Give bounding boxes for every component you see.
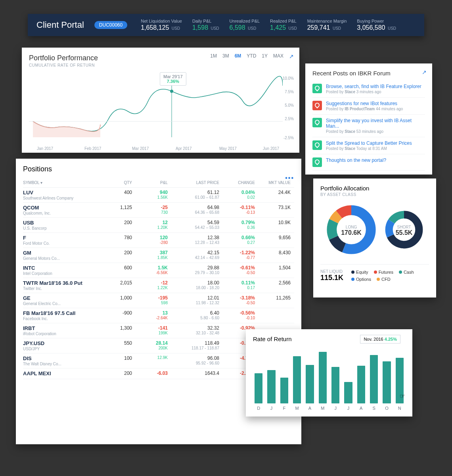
range-6m[interactable]: 6M <box>235 53 241 59</box>
legend-item: Options <box>351 277 371 282</box>
range-1y[interactable]: 1Y <box>262 53 268 59</box>
position-row[interactable]: QCOMQualcomm, Inc.1,125-2573064.9864.36 … <box>23 203 294 218</box>
ror-bar[interactable] <box>383 361 391 403</box>
forum-post[interactable]: Thoughts on the new portal? <box>312 154 425 171</box>
range-1m[interactable]: 1M <box>210 53 217 59</box>
col-symbol[interactable]: SYMBOL ▾ <box>23 180 102 185</box>
header-metric: Realized P&L1,425 USD <box>270 19 297 31</box>
legend-item: Cash <box>399 270 414 274</box>
forum-icon <box>312 101 322 110</box>
legend-item: Equity <box>351 270 368 274</box>
ror-bar[interactable] <box>306 365 314 404</box>
position-row[interactable]: INTCIntel Corporation6001.5K-6.56K29.882… <box>23 263 294 278</box>
forum-post[interactable]: Suggestions for new IBot featuresPosted … <box>312 98 425 115</box>
legend-item: CFD <box>377 277 391 282</box>
forum-icon <box>312 140 322 150</box>
position-row[interactable]: USBU.S. Bancorp200121.20K54.5954.42 – 55… <box>23 218 294 233</box>
col-qty[interactable]: QTY <box>102 180 132 185</box>
header-metric: Unrealized P&L6,598 USD <box>230 19 260 31</box>
expand-icon[interactable]: ↗ <box>289 53 294 60</box>
donut-long: LONG170.6K <box>326 204 377 257</box>
col-pnl[interactable]: P&L <box>132 180 168 185</box>
forum-icon <box>312 157 322 167</box>
position-row[interactable]: LUVSouthwest Airlines Company4009401.56K… <box>23 188 294 203</box>
col-last-price[interactable]: LAST PRICE <box>168 180 219 185</box>
donut-short: SHORT55.5K <box>384 210 424 251</box>
forum-icon <box>312 118 322 127</box>
ror-tooltip: Nov. 2016 4.25% <box>360 335 400 344</box>
legend-item: Futures <box>374 270 393 274</box>
chart-tooltip: Mar 29'17 7.36% <box>160 72 186 86</box>
header-metric: Maintenance Margin259,741 USD <box>307 19 347 31</box>
range-max[interactable]: MAX <box>273 53 283 59</box>
ror-bar[interactable] <box>319 352 327 403</box>
line-chart <box>29 74 283 141</box>
forum-title: Recent Posts on IBKR Forum <box>312 70 425 77</box>
time-range-selector: 1M3M6MYTD1YMAX <box>210 53 283 59</box>
allocation-title: Portfolio Allocation <box>320 185 429 192</box>
position-row[interactable]: FFord Motor Co.780120-28012.3812.28 – 12… <box>23 233 294 248</box>
top-header: Client Portal DUC00060 Net Liquidation V… <box>28 14 424 36</box>
cursor-icon: ☞ <box>400 392 405 400</box>
expand-icon[interactable]: ↗ <box>422 69 427 75</box>
position-row[interactable]: TWTR Mar18'16 36.0 PutTwitter Inc.2,015-… <box>23 278 294 293</box>
positions-header: SYMBOL ▾ QTY P&L LAST PRICE CHANGE MKT V… <box>23 178 294 188</box>
forum-post[interactable]: Split the Spread to Capture Better Price… <box>312 137 425 154</box>
ror-bar[interactable] <box>267 370 275 403</box>
range-ytd[interactable]: YTD <box>247 53 256 59</box>
account-pill[interactable]: DUC00060 <box>94 21 127 29</box>
rate-of-return-card: Rate of Return Nov. 2016 4.25% DJFMAMJJA… <box>246 329 412 416</box>
positions-title: Positions <box>23 165 294 173</box>
ror-bar[interactable] <box>344 382 352 403</box>
ror-bar[interactable] <box>357 366 365 403</box>
header-metric: Buying Power3,056,580 USD <box>357 19 396 31</box>
forum-icon <box>312 84 322 93</box>
allocation-card: Portfolio Allocation BY ASSET CLASS LONG… <box>313 178 436 298</box>
ror-bar[interactable] <box>255 373 262 403</box>
performance-chart: Mar 29'17 7.36% 10.0% 7.5% 5.0% 2.5% -2.… <box>29 74 292 145</box>
ror-bar[interactable] <box>280 378 288 403</box>
ror-bar[interactable] <box>331 367 339 403</box>
app-title: Client Portal <box>36 20 84 30</box>
header-metric: Net Liquidation Value1,658,125 USD <box>141 19 182 31</box>
range-3m[interactable]: 3M <box>222 53 229 59</box>
forum-post[interactable]: Simplify the way you invest with IB Asse… <box>312 115 425 137</box>
position-row[interactable]: GMGeneral Motors Co...2003871.85K42.1542… <box>23 248 294 263</box>
performance-subtitle: CUMULATIVE RATE OF RETURN <box>29 63 292 67</box>
ror-bar[interactable] <box>370 355 378 403</box>
ror-bar-chart <box>253 352 405 403</box>
forum-card: Recent Posts on IBKR Forum ↗ Browse, sea… <box>305 63 432 175</box>
position-row[interactable]: FB Mar18'16 97.5 CallFacebook Inc.-90013… <box>23 308 294 323</box>
more-menu-icon[interactable]: ••• <box>285 175 294 182</box>
ror-bar[interactable] <box>293 356 301 403</box>
position-row[interactable]: GEGeneral Electric Co...1,000-19559812.0… <box>23 293 294 308</box>
portfolio-performance-card: Portfolio Performance CUMULATIVE RATE OF… <box>22 48 299 153</box>
header-metric: Daily P&L1,598 USD <box>192 19 219 31</box>
col-change[interactable]: CHANGE <box>219 180 255 185</box>
forum-post[interactable]: Browse, search, find with IB Feature Exp… <box>312 81 425 98</box>
